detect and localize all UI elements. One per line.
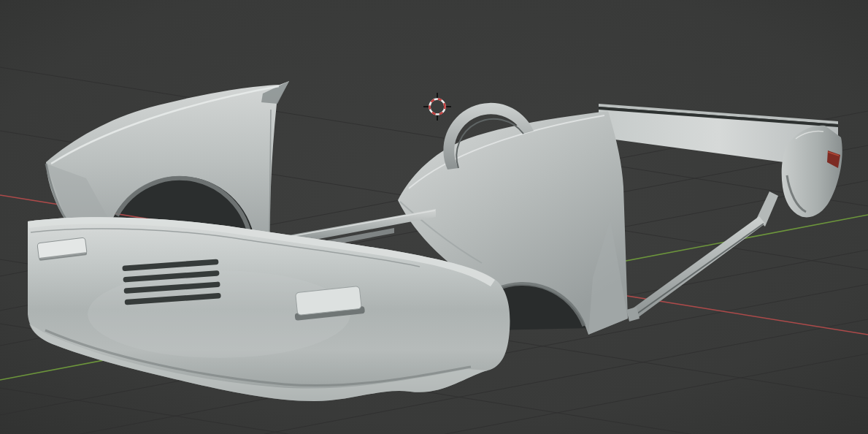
viewport-canvas[interactable] bbox=[0, 0, 868, 434]
viewport-3d[interactable] bbox=[0, 0, 868, 434]
